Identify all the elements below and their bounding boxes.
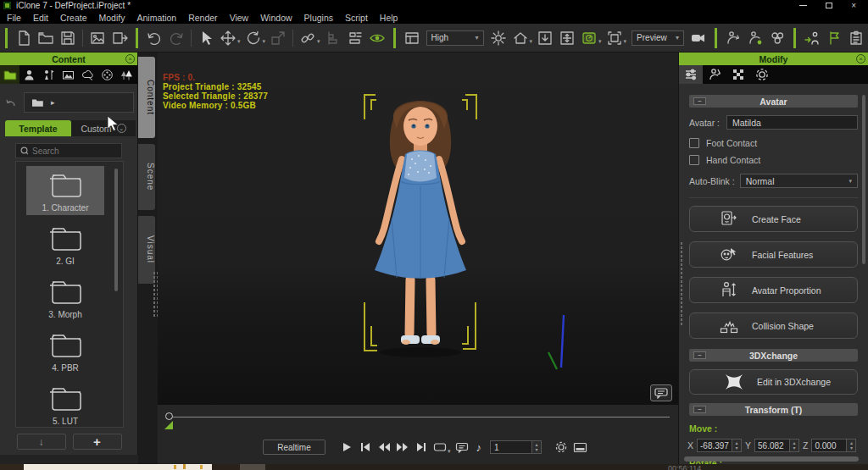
facial-features-button[interactable]: Facial Features <box>689 241 858 268</box>
folder-item-morph[interactable]: 3. Morph <box>26 273 104 322</box>
pose-edit-icon[interactable] <box>723 28 743 48</box>
gizmo-select-caret[interactable]: ▾ <box>624 38 627 45</box>
modify-resize-handle[interactable] <box>680 241 684 326</box>
render-video-icon[interactable] <box>688 28 709 48</box>
camera-pan-icon[interactable] <box>557 28 577 48</box>
avatar-character-matilda[interactable] <box>336 83 505 362</box>
menu-item-render[interactable]: Render <box>188 13 217 23</box>
modify-vertical-scrollbar[interactable] <box>862 95 865 264</box>
loop-mode-button[interactable] <box>431 440 449 455</box>
tab-custom[interactable]: Custom ⌄ <box>71 120 136 136</box>
display-mode-button[interactable] <box>570 440 589 455</box>
viewport-3d[interactable]: FPS : 0. Project Triangle : 32545 Select… <box>158 53 678 405</box>
import-media-icon[interactable] <box>87 28 108 48</box>
auto-blink-dropdown[interactable]: Normal ▾ <box>740 174 858 188</box>
tab-template[interactable]: Template <box>5 120 71 136</box>
flag-marker-icon[interactable] <box>824 28 844 48</box>
menu-item-edit[interactable]: Edit <box>33 13 48 23</box>
caption-button[interactable] <box>453 440 471 455</box>
layout-panel-icon[interactable] <box>402 28 422 48</box>
visibility-eye-icon[interactable] <box>367 28 387 48</box>
link-tool-icon[interactable] <box>298 28 318 48</box>
folder-item-gi[interactable]: 2. GI <box>26 219 104 268</box>
collision-shape-button[interactable]: Collision Shape <box>689 312 858 339</box>
save-project-icon[interactable] <box>58 28 78 48</box>
frame-number-field[interactable]: ▴ ▾ <box>490 440 542 454</box>
foot-contact-checkbox[interactable] <box>689 138 699 148</box>
clipboard-list-icon[interactable] <box>846 28 866 48</box>
restore-button[interactable] <box>826 3 832 8</box>
camera-reset-icon[interactable] <box>535 28 555 48</box>
spin-down-icon[interactable]: ▾ <box>793 445 796 451</box>
camera-view-icon[interactable] <box>579 28 599 48</box>
next-frame-button[interactable] <box>393 440 412 455</box>
move-tool-caret[interactable]: ▾ <box>237 38 241 45</box>
playback-settings-gear-icon[interactable] <box>552 440 570 455</box>
modify-tab-animation[interactable] <box>703 65 726 84</box>
minimize-button[interactable] <box>799 5 807 6</box>
move-z-input[interactable] <box>811 439 847 452</box>
search-input[interactable] <box>32 147 117 156</box>
timeline-marker-icon[interactable] <box>164 421 174 429</box>
menu-item-animation[interactable]: Animation <box>136 13 176 23</box>
template-folder-list[interactable]: 1. Character 2. GI 3. Morph 4. PBR 5. LU… <box>15 161 124 428</box>
modify-tab-settings-gear-icon[interactable] <box>750 65 774 84</box>
add-content-button[interactable]: + <box>73 434 122 450</box>
modify-tab-material[interactable] <box>726 65 750 84</box>
folder-item-lut[interactable]: 5. LUT <box>26 379 104 428</box>
move-y-field[interactable]: ▴▾ <box>754 439 799 452</box>
search-box[interactable] <box>15 143 122 158</box>
side-tab-scene[interactable]: Scene <box>138 144 155 210</box>
category-folder-icon[interactable] <box>0 65 19 84</box>
audio-note-icon[interactable]: ♪ <box>476 441 482 454</box>
menu-item-modify[interactable]: Modify <box>99 13 125 23</box>
menu-item-file[interactable]: File <box>7 13 21 23</box>
timeline-track[interactable] <box>158 405 678 430</box>
motion-puppet-icon[interactable] <box>802 28 822 48</box>
close-button[interactable]: × <box>851 2 856 10</box>
menu-item-view[interactable]: View <box>230 13 249 23</box>
folder-item-character[interactable]: 1. Character <box>26 166 104 215</box>
breadcrumb-path[interactable]: ▸ <box>24 92 134 113</box>
xchange-collapse-icon[interactable]: − <box>693 351 706 359</box>
redo-icon[interactable] <box>166 28 186 48</box>
frame-spinner[interactable]: ▴ ▾ <box>532 440 542 454</box>
move-x-field[interactable]: ▴▾ <box>697 439 742 452</box>
create-face-button[interactable]: Create Face <box>689 206 858 232</box>
breadcrumb-expand-arrow[interactable]: ▸ <box>51 98 55 107</box>
previous-frame-button[interactable] <box>375 440 393 455</box>
modify-horizontal-scrollbar[interactable] <box>684 456 859 462</box>
category-nature-icon[interactable] <box>117 65 136 84</box>
side-tab-content[interactable]: Content <box>138 57 155 138</box>
edit-in-3dxchange-button[interactable]: Edit in 3DXchange <box>689 369 858 395</box>
avatar-name-input[interactable] <box>726 115 858 130</box>
viewport-comment-button[interactable] <box>650 384 672 401</box>
move-down-button[interactable]: ↓ <box>17 434 66 450</box>
menu-item-create[interactable]: Create <box>60 13 87 23</box>
move-y-spinner[interactable]: ▴▾ <box>790 439 799 452</box>
loop-mode-caret[interactable]: ▾ <box>448 448 451 455</box>
move-x-spinner[interactable]: ▴▾ <box>732 439 742 452</box>
hand-contact-checkbox[interactable] <box>689 155 699 165</box>
spin-down-icon[interactable]: ▾ <box>850 445 853 451</box>
timeline-playhead-handle[interactable] <box>165 412 173 420</box>
avatar-proportion-button[interactable]: Avatar Proportion <box>689 277 858 303</box>
go-to-start-button[interactable] <box>356 440 375 455</box>
motion-edit-icon[interactable] <box>745 28 765 48</box>
frame-spin-down-icon[interactable]: ▾ <box>536 447 538 452</box>
spin-down-icon[interactable]: ▾ <box>736 445 738 451</box>
content-panel-close-icon[interactable]: × <box>125 54 135 64</box>
rotate-tool-caret[interactable]: ▾ <box>263 38 266 45</box>
align-objects-icon[interactable] <box>345 28 365 48</box>
transform-section-header[interactable]: − Transform (T) <box>689 403 858 416</box>
move-z-spinner[interactable]: ▴▾ <box>847 439 856 452</box>
category-media-icon[interactable] <box>97 65 117 84</box>
preview-dropdown[interactable]: Preview ▾ <box>632 30 684 46</box>
move-x-input[interactable] <box>697 439 732 452</box>
category-set-icon[interactable] <box>58 65 78 84</box>
align-left-icon[interactable] <box>323 28 343 48</box>
play-button[interactable] <box>337 440 356 455</box>
transform-collapse-icon[interactable]: − <box>693 406 706 413</box>
realtime-button[interactable]: Realtime <box>263 440 326 455</box>
menu-item-help[interactable]: Help <box>380 13 398 23</box>
